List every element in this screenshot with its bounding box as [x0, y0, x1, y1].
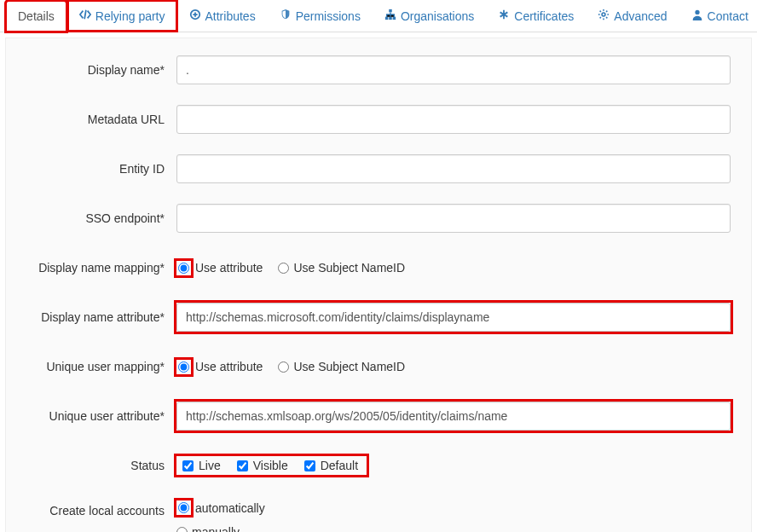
- tab-advanced[interactable]: Advanced: [586, 0, 679, 32]
- tab-certificates-label: Certificates: [514, 9, 574, 23]
- plus-circle-icon: [189, 9, 201, 23]
- status-visible-label: Visible: [253, 459, 288, 472]
- asterisk-icon: [498, 9, 510, 23]
- tab-certificates[interactable]: Certificates: [486, 0, 586, 32]
- radio-label-use-attribute-2: Use attribute: [195, 360, 263, 373]
- tab-organisations-label: Organisations: [401, 9, 474, 23]
- create-local-automatically-radio[interactable]: [178, 502, 189, 513]
- status-visible-checkbox[interactable]: [237, 460, 248, 471]
- label-entity-id: Entity ID: [14, 162, 176, 176]
- radio-label-automatically: automatically: [195, 501, 265, 515]
- gear-icon: [598, 9, 610, 23]
- svg-rect-1: [389, 9, 392, 13]
- label-unique-user-attribute: Unique user attribute*: [14, 409, 176, 423]
- label-display-name: Display name*: [14, 63, 176, 77]
- radio-label-use-subject: Use Subject NameID: [293, 261, 405, 275]
- radio-label-manually: manually: [192, 525, 240, 532]
- tab-relying-party-label: Relying party: [95, 9, 165, 23]
- metadata-url-input[interactable]: [176, 105, 731, 134]
- label-display-name-attribute: Display name attribute*: [14, 310, 176, 324]
- tab-attributes-label: Attributes: [205, 9, 256, 23]
- tab-advanced-label: Advanced: [614, 9, 667, 23]
- tabs: Details Relying party Attributes Permiss…: [0, 0, 757, 32]
- status-default-checkbox[interactable]: [304, 460, 315, 471]
- label-sso-endpoint: SSO endpoint*: [14, 211, 176, 225]
- tab-relying-party[interactable]: Relying party: [67, 0, 177, 32]
- svg-rect-4: [393, 17, 396, 20]
- sitemap-icon: [384, 9, 396, 23]
- radio-label-use-subject-2: Use Subject NameID: [293, 360, 405, 373]
- label-metadata-url: Metadata URL: [14, 113, 176, 126]
- tab-attributes[interactable]: Attributes: [177, 0, 268, 32]
- display-name-mapping-use-attribute-radio[interactable]: [178, 263, 189, 274]
- tab-contact[interactable]: Contact: [679, 0, 757, 32]
- unique-user-mapping-use-subject-radio[interactable]: [278, 361, 289, 373]
- svg-point-5: [602, 13, 605, 16]
- unique-user-attribute-input[interactable]: [176, 402, 731, 431]
- tab-permissions[interactable]: Permissions: [268, 0, 373, 32]
- sso-endpoint-input[interactable]: [176, 204, 731, 233]
- display-name-mapping-use-subject-radio[interactable]: [278, 263, 289, 274]
- svg-rect-2: [385, 17, 389, 20]
- svg-rect-3: [389, 17, 392, 20]
- tab-permissions-label: Permissions: [296, 9, 361, 23]
- user-icon: [691, 9, 703, 23]
- label-create-local-accounts: Create local accounts: [14, 500, 176, 518]
- tab-details[interactable]: Details: [5, 0, 67, 32]
- status-live-checkbox[interactable]: [182, 460, 194, 471]
- form-panel: Display name* Metadata URL Entity ID SSO…: [5, 38, 752, 532]
- code-icon: [79, 9, 91, 23]
- tab-organisations[interactable]: Organisations: [373, 0, 486, 32]
- label-unique-user-mapping: Unique user mapping*: [14, 360, 176, 373]
- tab-details-label: Details: [18, 9, 55, 23]
- display-name-input[interactable]: [176, 55, 731, 84]
- radio-label-use-attribute: Use attribute: [195, 261, 263, 275]
- shield-icon: [280, 9, 292, 23]
- display-name-attribute-input[interactable]: [176, 303, 731, 332]
- label-display-name-mapping: Display name mapping*: [14, 261, 176, 275]
- status-default-label: Default: [321, 459, 358, 472]
- status-live-label: Live: [199, 459, 221, 472]
- svg-point-6: [695, 10, 699, 14]
- tab-contact-label: Contact: [708, 9, 748, 23]
- label-status: Status: [14, 459, 176, 472]
- entity-id-input[interactable]: [176, 154, 731, 183]
- unique-user-mapping-use-attribute-radio[interactable]: [178, 361, 189, 373]
- create-local-manually-radio[interactable]: [176, 527, 188, 533]
